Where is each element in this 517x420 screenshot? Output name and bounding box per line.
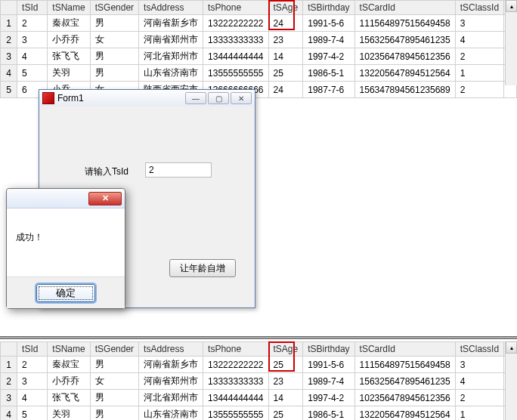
- cell[interactable]: 河北省郑州市: [139, 48, 203, 65]
- cell[interactable]: 1989-7-4: [303, 32, 354, 48]
- cell[interactable]: 132205647894512564: [354, 65, 455, 82]
- col-header-tSName[interactable]: tSName: [48, 1, 90, 15]
- cell[interactable]: 2: [17, 357, 48, 373]
- messagebox-ok-button[interactable]: 确定: [36, 284, 95, 302]
- cell[interactable]: 14: [268, 390, 303, 406]
- col-header-tSBirthday[interactable]: tSBirthday: [303, 342, 354, 357]
- col-header-tSAge[interactable]: tSAge: [268, 1, 303, 15]
- cell[interactable]: 河南省新乡市: [139, 357, 203, 373]
- cell[interactable]: 1: [455, 65, 503, 82]
- col-header-tSGender[interactable]: tSGender: [90, 1, 138, 15]
- cell[interactable]: 2: [455, 48, 503, 65]
- cell[interactable]: 河南省新乡市: [139, 15, 203, 32]
- cell[interactable]: 13555555555: [203, 65, 268, 82]
- cell[interactable]: 男: [90, 15, 138, 32]
- cell[interactable]: 1987-7-6: [303, 82, 354, 98]
- col-header-tSAge[interactable]: tSAge: [268, 342, 303, 357]
- table-row[interactable]: 12秦叔宝男河南省新乡市13222222222241991-5-61115648…: [1, 15, 517, 32]
- cell[interactable]: 111564897515649458: [354, 15, 455, 32]
- cell[interactable]: 1: [455, 406, 503, 421]
- col-header-tsPhone[interactable]: tsPhone: [203, 1, 268, 15]
- cell[interactable]: 4: [455, 32, 503, 48]
- cell[interactable]: 4: [17, 390, 48, 406]
- tsid-input[interactable]: [145, 162, 212, 178]
- col-header-tsAddress[interactable]: tsAddress: [139, 342, 203, 357]
- messagebox-close-button[interactable]: ✕: [88, 192, 122, 205]
- cell[interactable]: 1991-5-6: [303, 15, 354, 32]
- cell[interactable]: 13444444444: [203, 48, 268, 65]
- cell[interactable]: 男: [90, 48, 138, 65]
- table-row[interactable]: 34张飞飞男河北省郑州市13444444444141997-4-21023564…: [1, 48, 517, 65]
- col-header-tSId[interactable]: tSId: [17, 342, 48, 357]
- cell[interactable]: 2: [1, 373, 17, 390]
- cell[interactable]: 1997-4-2: [303, 390, 354, 406]
- table-row[interactable]: 23小乔乔女河南省郑州市13333333333231989-7-41563256…: [1, 373, 517, 390]
- form1-titlebar[interactable]: Form1 — ▢ ✕: [39, 90, 255, 107]
- table-row[interactable]: 45关羽男山东省济南市13555555555251986-5-113220564…: [1, 406, 517, 421]
- cell[interactable]: 3: [17, 373, 48, 390]
- cell[interactable]: 山东省济南市: [139, 65, 203, 82]
- cell[interactable]: 女: [90, 373, 138, 390]
- increment-age-button[interactable]: 让年龄自增: [169, 259, 236, 277]
- cell[interactable]: 132205647894512564: [354, 406, 455, 421]
- minimize-button[interactable]: —: [185, 92, 206, 104]
- cell[interactable]: 山东省济南市: [139, 406, 203, 421]
- cell[interactable]: 男: [90, 357, 138, 373]
- scroll-up-icon[interactable]: ▴: [506, 0, 517, 12]
- col-header-tSBirthday[interactable]: tSBirthday: [303, 1, 354, 15]
- cell[interactable]: 102356478945612356: [354, 48, 455, 65]
- table-row[interactable]: 34张飞飞男河北省郑州市13444444444141997-4-21023564…: [1, 390, 517, 406]
- cell[interactable]: 河南省郑州市: [139, 373, 203, 390]
- cell[interactable]: 23: [268, 32, 303, 48]
- cell[interactable]: 111564897515649458: [354, 357, 455, 373]
- cell[interactable]: 1986-5-1: [303, 65, 354, 82]
- cell[interactable]: 男: [90, 406, 138, 421]
- col-header-tSCardId[interactable]: tSCardId: [354, 1, 455, 15]
- cell[interactable]: 秦叔宝: [48, 15, 90, 32]
- cell[interactable]: 2: [17, 15, 48, 32]
- cell[interactable]: 秦叔宝: [48, 357, 90, 373]
- cell[interactable]: 1986-5-1: [303, 406, 354, 421]
- cell[interactable]: 13222222222: [203, 15, 268, 32]
- col-header-tSGender[interactable]: tSGender: [90, 342, 138, 357]
- cell[interactable]: 张飞飞: [48, 390, 90, 406]
- cell[interactable]: 2: [455, 82, 503, 98]
- table-row[interactable]: 45关羽男山东省济南市13555555555251986-5-113220564…: [1, 65, 517, 82]
- col-header-tSId[interactable]: tSId: [17, 1, 48, 15]
- close-button[interactable]: ✕: [231, 92, 252, 104]
- messagebox-titlebar[interactable]: ✕: [7, 189, 125, 208]
- cell[interactable]: 13444444444: [203, 390, 268, 406]
- cell[interactable]: 5: [17, 406, 48, 421]
- col-header-rownum[interactable]: [1, 342, 17, 357]
- cell[interactable]: 25: [268, 406, 303, 421]
- cell[interactable]: 23: [268, 373, 303, 390]
- cell[interactable]: 3: [455, 357, 503, 373]
- cell[interactable]: 关羽: [48, 65, 90, 82]
- cell[interactable]: 13555555555: [203, 406, 268, 421]
- cell[interactable]: 13333333333: [203, 373, 268, 390]
- cell[interactable]: 156325647895461235: [354, 32, 455, 48]
- cell[interactable]: 13222222222: [203, 357, 268, 373]
- cell[interactable]: 4: [455, 373, 503, 390]
- cell[interactable]: 小乔乔: [48, 373, 90, 390]
- table-row[interactable]: 23小乔乔女河南省郑州市13333333333231989-7-41563256…: [1, 32, 517, 48]
- col-header-tSName[interactable]: tSName: [48, 342, 90, 357]
- scrollbar-top[interactable]: ▴: [505, 0, 517, 85]
- cell[interactable]: 男: [90, 390, 138, 406]
- cell[interactable]: 156325647895461235: [354, 373, 455, 390]
- cell[interactable]: 女: [90, 32, 138, 48]
- cell[interactable]: 3: [455, 15, 503, 32]
- cell[interactable]: 2: [1, 32, 17, 48]
- cell[interactable]: 3: [17, 32, 48, 48]
- cell[interactable]: 102356478945612356: [354, 390, 455, 406]
- cell[interactable]: 25: [268, 357, 303, 373]
- cell[interactable]: 张飞飞: [48, 48, 90, 65]
- cell[interactable]: 小乔乔: [48, 32, 90, 48]
- cell[interactable]: 1: [1, 15, 17, 32]
- cell[interactable]: 2: [455, 390, 503, 406]
- cell[interactable]: 河南省郑州市: [139, 32, 203, 48]
- cell[interactable]: 4: [1, 406, 17, 421]
- cell[interactable]: 156347894561235689: [354, 82, 455, 98]
- cell[interactable]: 男: [90, 65, 138, 82]
- cell[interactable]: 3: [1, 390, 17, 406]
